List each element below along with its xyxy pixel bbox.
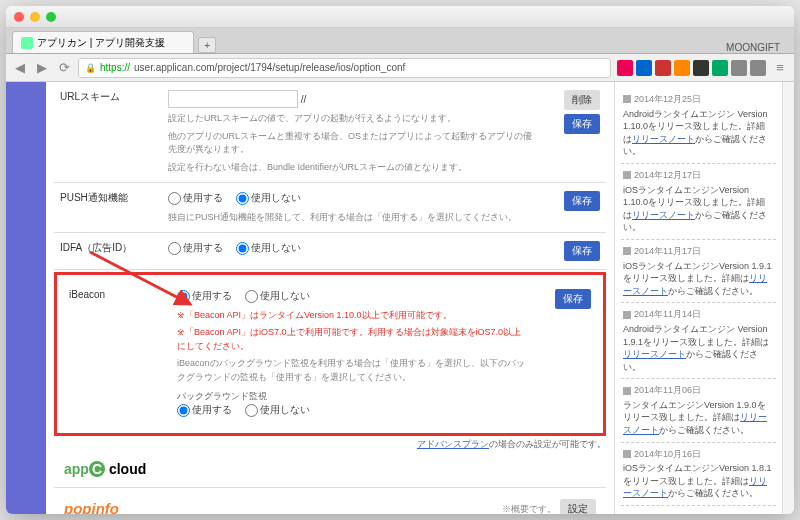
release-note-link[interactable]: リリースノート	[623, 349, 686, 359]
profile-label: MOONGIFT	[726, 42, 788, 53]
extension-icon[interactable]	[693, 60, 709, 76]
news-date: 2014年11月17日	[623, 245, 774, 258]
news-item: 2014年11月17日iOSランタイムエンジンVersion 1.9.1をリリー…	[621, 240, 776, 303]
browser-tab[interactable]: アプリカン | アプリ開発支援	[12, 31, 194, 53]
radio-use[interactable]: 使用する	[177, 289, 232, 303]
toolbar: ◀ ▶ ⟳ 🔒 https://user.applican.com/projec…	[6, 54, 794, 82]
news-date: 2014年12月25日	[623, 93, 774, 106]
radio-notuse[interactable]: 使用しない	[236, 191, 301, 205]
section-label: iBeacon	[69, 289, 167, 419]
maximize-icon[interactable]	[46, 12, 56, 22]
news-item: 2014年11月14日Androidランタイムエンジン Version 1.9.…	[621, 303, 776, 379]
extension-icon[interactable]	[674, 60, 690, 76]
section-popinfo: popinfo ※概要です。 設定	[54, 488, 606, 515]
radio-notuse[interactable]: 使用しない	[236, 241, 301, 255]
section-appc: appC cloud	[54, 451, 606, 488]
note-text: iBeaconのバックグラウンド監視を利用する場合は「使用する」を選択し、以下の…	[177, 357, 529, 384]
tab-bar: アプリカン | アプリ開発支援 + MOONGIFT	[6, 28, 794, 54]
note-text: 他のアプリのURLスキームと重複する場合、OSまたはアプリによって起動するアプリ…	[168, 130, 538, 157]
lock-icon: 🔒	[85, 63, 96, 73]
extension-icon[interactable]	[731, 60, 747, 76]
url-text: user.applican.com/project/1794/setup/rel…	[134, 62, 405, 73]
save-button[interactable]: 保存	[564, 114, 600, 134]
url-scheme: https://	[100, 62, 130, 73]
note-text: 独自にPUSH通知機能を開発して、利用する場合は「使用する」を選択してください。	[168, 211, 538, 225]
close-icon[interactable]	[14, 12, 24, 22]
news-item: 2014年10月16日iOSランタイムエンジンVersion 1.8.1をリリー…	[621, 443, 776, 506]
news-text: iOSランタイムエンジンVersion 1.8.1をリリース致しました。詳細はリ…	[623, 462, 774, 500]
news-item: 2014年11月06日ランタイムエンジンVersion 1.9.0をリリース致し…	[621, 379, 776, 442]
extension-icons	[617, 60, 766, 76]
scrollbar[interactable]	[782, 82, 794, 514]
extension-icon[interactable]	[636, 60, 652, 76]
news-text: ランタイムエンジンVersion 1.9.0をリリース致しました。詳細はリリース…	[623, 399, 774, 437]
settings-button[interactable]: 設定	[560, 499, 596, 515]
extension-icon[interactable]	[712, 60, 728, 76]
note-text: 設定したURLスキームの値で、アプリの起動が行えるようになります。	[168, 112, 538, 126]
section-ibeacon: iBeacon 使用する 使用しない ※「Beacon API」はランタイムVe…	[63, 281, 597, 427]
radio-notuse[interactable]: 使用しない	[245, 289, 310, 303]
left-gutter	[6, 82, 46, 514]
highlight-box: iBeacon 使用する 使用しない ※「Beacon API」はランタイムVe…	[54, 272, 606, 436]
appc-cloud-logo: appC cloud	[64, 461, 146, 477]
news-item: 2014年12月17日iOSランタイムエンジンVersion 1.10.0をリリ…	[621, 164, 776, 240]
news-date: 2014年11月14日	[623, 308, 774, 321]
news-item: 2014年12月25日Androidランタイムエンジン Version 1.10…	[621, 88, 776, 164]
release-note-link[interactable]: リリースノート	[632, 134, 695, 144]
note-text: 設定を行わない場合は、Bundle IdentifierがURLスキームの値とな…	[168, 161, 538, 175]
window-titlebar	[6, 6, 794, 28]
popinfo-desc: ※概要です。	[502, 504, 556, 514]
news-sidebar: 2014年12月25日Androidランタイムエンジン Version 1.10…	[614, 82, 782, 514]
news-date: 2014年11月06日	[623, 384, 774, 397]
reload-button[interactable]: ⟳	[56, 60, 72, 76]
news-date: 2014年10月16日	[623, 448, 774, 461]
warning-text: ※「Beacon API」はランタイムVersion 1.10.0以上で利用可能…	[177, 309, 529, 323]
news-date: 2014年12月17日	[623, 169, 774, 182]
save-button[interactable]: 保存	[564, 241, 600, 261]
news-text: iOSランタイムエンジンVersion 1.10.0をリリース致しました。詳細は…	[623, 184, 774, 234]
extension-icon[interactable]	[617, 60, 633, 76]
section-idfa: IDFA（広告ID） 使用する 使用しない 保存	[54, 233, 606, 270]
minimize-icon[interactable]	[30, 12, 40, 22]
extension-icon[interactable]	[750, 60, 766, 76]
delete-button[interactable]: 削除	[564, 90, 600, 110]
extension-icon[interactable]	[655, 60, 671, 76]
slash-text: //	[301, 94, 307, 105]
tab-title: アプリカン | アプリ開発支援	[37, 36, 165, 50]
forward-button[interactable]: ▶	[34, 60, 50, 76]
radio-use[interactable]: 使用する	[168, 241, 223, 255]
new-tab-button[interactable]: +	[198, 37, 216, 53]
popinfo-logo: popinfo	[64, 500, 119, 515]
section-label: PUSH通知機能	[60, 191, 158, 224]
save-button[interactable]: 保存	[564, 191, 600, 211]
section-label: IDFA（広告ID）	[60, 241, 158, 261]
advance-plan-link[interactable]: アドバンスプラン	[417, 439, 489, 449]
section-push: PUSH通知機能 使用する 使用しない 独自にPUSH通知機能を開発して、利用す…	[54, 183, 606, 233]
section-label: URLスキーム	[60, 90, 158, 174]
warning-text: ※「Beacon API」はiOS7.0上で利用可能です。利用する場合は対象端末…	[177, 326, 529, 353]
radio-use[interactable]: 使用する	[168, 191, 223, 205]
radio-bg-notuse[interactable]: 使用しない	[245, 403, 310, 417]
url-scheme-input[interactable]	[168, 90, 298, 108]
save-button[interactable]: 保存	[555, 289, 591, 309]
news-text: Androidランタイムエンジン Version 1.9.1をリリース致しました…	[623, 323, 774, 373]
menu-button[interactable]: ≡	[772, 60, 788, 76]
release-note-link[interactable]: リリースノート	[632, 210, 695, 220]
favicon-icon	[21, 37, 33, 49]
section-url-scheme: URLスキーム // 設定したURLスキームの値で、アプリの起動が行えるようにな…	[54, 82, 606, 183]
advance-plan-note: アドバンスプランの場合のみ設定が可能です。	[54, 438, 606, 451]
news-text: iOSランタイムエンジンVersion 1.9.1をリリース致しました。詳細はリ…	[623, 260, 774, 298]
back-button[interactable]: ◀	[12, 60, 28, 76]
address-bar[interactable]: 🔒 https://user.applican.com/project/1794…	[78, 58, 611, 78]
news-text: Androidランタイムエンジン Version 1.10.0をリリース致しまし…	[623, 108, 774, 158]
subheader: バックグラウンド監視	[177, 390, 529, 403]
radio-bg-use[interactable]: 使用する	[177, 403, 232, 417]
